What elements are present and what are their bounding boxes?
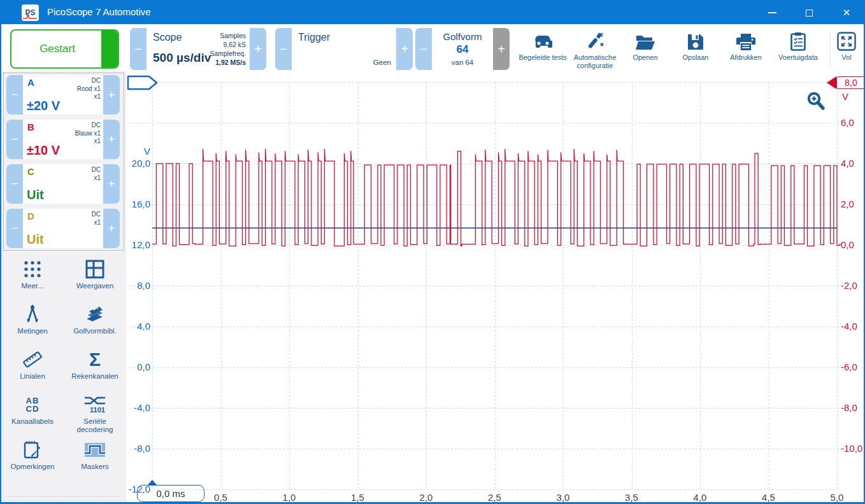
- axis-label: 3,5: [613, 491, 651, 503]
- guided-tests-button[interactable]: Begeleide tests: [517, 28, 568, 70]
- left-axis-unit: V: [126, 146, 150, 157]
- channel-d-increase-button[interactable]: +: [103, 209, 120, 248]
- waveform-library-icon: [84, 304, 106, 325]
- waveform-library-button[interactable]: Golfvormbibl.: [64, 300, 126, 345]
- channel-a-scale: x1: [77, 93, 101, 101]
- channel-labels-button[interactable]: ABCD Kanaallabels: [1, 390, 64, 435]
- right-level-marker-arrow: [827, 76, 836, 89]
- axis-labels-layer: V V 8,0 0,0 ms 20,016,012,08,04,00,0-4,0…: [126, 71, 865, 504]
- serial-decoding-button[interactable]: 1101 Seriële decodering: [64, 390, 126, 435]
- channel-a-coupling: DC: [77, 77, 101, 85]
- channel-c-settings: DC x1: [92, 166, 101, 182]
- toolbar-button-label: Begeleide tests: [517, 53, 568, 62]
- sidebar-tools: Meer... Weergaven Metingen Golfvormbibl.: [1, 255, 126, 480]
- save-button[interactable]: Opslaan: [670, 28, 721, 70]
- channel-c-body[interactable]: C DC x1 Uit: [23, 164, 103, 204]
- channel-d-decrease-button[interactable]: −: [6, 209, 23, 248]
- axis-label: 16,0: [126, 198, 150, 210]
- start-button-strip: [101, 30, 118, 69]
- toolbar-button-label: Openen: [620, 53, 671, 62]
- timebase-decrease-button[interactable]: −: [130, 28, 147, 70]
- axis-label: 4,0: [681, 491, 719, 503]
- measurements-button[interactable]: Metingen: [1, 300, 64, 345]
- math-sigma-icon: Σ: [89, 349, 101, 370]
- timebase-increase-button[interactable]: +: [250, 28, 266, 70]
- trigger-panel: − Trigger Geen +: [275, 28, 413, 70]
- zoom-tool-icon[interactable]: [805, 90, 827, 112]
- trigger-decrease-button[interactable]: −: [275, 28, 292, 70]
- axis-label: 5,0: [818, 491, 856, 503]
- start-stop-button[interactable]: Gestart: [10, 29, 119, 69]
- axis-label: 4,5: [750, 491, 788, 503]
- channel-b-decrease-button[interactable]: −: [6, 120, 23, 159]
- channel-a-probe: Rood x1: [77, 85, 101, 94]
- car-icon: [517, 28, 568, 51]
- channel-c-range: Uit: [27, 188, 44, 202]
- channel-a-increase-button[interactable]: +: [103, 75, 120, 115]
- tool-label: Golfvormbibl.: [73, 327, 117, 335]
- masks-button[interactable]: Maskers: [64, 435, 126, 480]
- channel-b-probe: Blauw x1: [75, 130, 101, 138]
- notes-button[interactable]: Opmerkingen: [1, 435, 64, 480]
- sidebar-divider: [8, 496, 120, 497]
- tool-label: Kanaallabels: [11, 417, 54, 426]
- channel-d-panel: − D DC x1 Uit +: [6, 209, 120, 248]
- minimize-button[interactable]: [757, 1, 787, 24]
- axis-label: 3,0: [544, 491, 582, 503]
- channel-b-increase-button[interactable]: +: [103, 120, 120, 159]
- timebase-value: 500 µs/div: [153, 51, 211, 65]
- waveform-body[interactable]: Golfvorm 64 van 64: [432, 28, 493, 70]
- close-icon: ✕: [843, 7, 851, 18]
- open-button[interactable]: Openen: [620, 28, 671, 70]
- toolbar-button-label: Vol: [827, 53, 865, 62]
- channel-a-range: ±20 V: [27, 99, 60, 113]
- axis-label: 12,0: [126, 239, 150, 251]
- axis-label: -8,0: [126, 442, 150, 454]
- vehicle-data-button[interactable]: Voertuigdata: [771, 28, 826, 70]
- fullscreen-icon: [827, 28, 865, 51]
- channel-c-increase-button[interactable]: +: [103, 164, 120, 204]
- svg-text:1101: 1101: [90, 406, 105, 414]
- toolbar-button-label: Opslaan: [670, 53, 721, 62]
- printer-icon: [720, 28, 771, 51]
- minimize-icon: [768, 12, 776, 13]
- trigger-increase-button[interactable]: +: [396, 28, 413, 70]
- axis-label: 2,5: [476, 491, 514, 503]
- axis-label: 0,0: [126, 361, 150, 373]
- math-channels-button[interactable]: Σ Rekenkanalen: [64, 345, 126, 390]
- channel-c-coupling: DC: [92, 166, 101, 174]
- right-level-marker[interactable]: 8,0: [836, 76, 865, 89]
- scope-graph[interactable]: V V 8,0 0,0 ms 20,016,012,08,04,00,0-4,0…: [126, 71, 865, 504]
- channel-a-decrease-button[interactable]: −: [6, 75, 23, 115]
- close-button[interactable]: ✕: [832, 1, 861, 24]
- axis-label: 20,0: [126, 157, 150, 169]
- trigger-body[interactable]: Trigger Geen: [292, 28, 396, 70]
- timebase-body[interactable]: Scope 500 µs/div Samples 9,62 kS Samplef…: [147, 28, 250, 70]
- start-button-label: Gestart: [11, 43, 103, 55]
- fullscreen-button[interactable]: Vol: [827, 28, 865, 70]
- channel-b-body[interactable]: B DC Blauw x1 x1 ±10 V: [23, 120, 103, 159]
- axis-label: 4,0: [126, 320, 150, 332]
- scope-panel-title: Scope: [153, 32, 182, 43]
- print-button[interactable]: Afdrukken: [720, 28, 771, 70]
- channel-a-body[interactable]: A DC Rood x1 x1 ±20 V: [23, 75, 103, 115]
- more-button[interactable]: Meer...: [1, 255, 64, 300]
- views-button[interactable]: Weergaven: [64, 255, 126, 300]
- waveform-panel: − Golfvorm 64 van 64 +: [415, 28, 510, 70]
- rulers-button[interactable]: Linialen: [1, 345, 64, 390]
- channel-a-offset-marker[interactable]: [127, 75, 159, 90]
- waveform-next-button[interactable]: +: [493, 28, 510, 70]
- channel-d-body[interactable]: D DC x1 Uit: [23, 209, 103, 248]
- auto-setup-button[interactable]: Automatische configuratie: [567, 28, 623, 70]
- right-axis-unit: V: [842, 91, 848, 102]
- waveform-prev-button[interactable]: −: [415, 28, 432, 70]
- open-folder-icon: [620, 28, 671, 51]
- waveform-number: 64: [432, 43, 493, 56]
- channel-d-scale: x1: [92, 219, 101, 227]
- tool-label: Metingen: [17, 327, 47, 335]
- axis-label: 2,0: [407, 491, 445, 503]
- samples-label: Samples: [210, 31, 246, 40]
- channel-c-label: C: [27, 166, 34, 177]
- channel-c-decrease-button[interactable]: −: [6, 164, 23, 204]
- maximize-button[interactable]: [794, 1, 824, 24]
